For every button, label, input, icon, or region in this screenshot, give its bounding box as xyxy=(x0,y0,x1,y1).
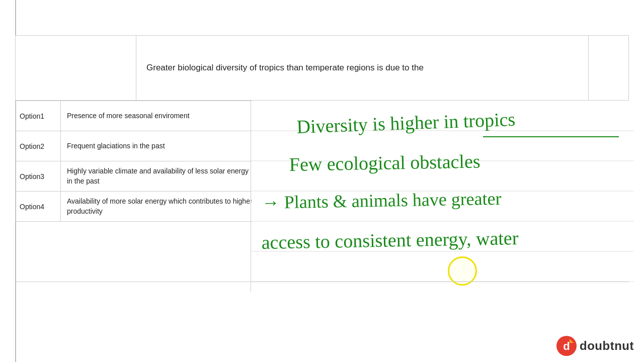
svg-text:d: d xyxy=(563,340,570,352)
svg-text:access to consistent energy, w: access to consistent energy, water xyxy=(261,227,519,253)
svg-text:→ Plants & animals have greate: → Plants & animals have greater xyxy=(261,189,501,213)
doubtnut-icon: d xyxy=(555,335,578,357)
main-container: Greater biological diversity of tropics … xyxy=(0,0,644,362)
option-label-3: Option3 xyxy=(16,161,61,191)
logo-text: doubtnut xyxy=(580,339,634,353)
bottom-separator xyxy=(15,282,629,282)
notes-area: Diversity is higher in tropics Few ecolo… xyxy=(252,101,634,332)
svg-text:Diversity is higher in tropics: Diversity is higher in tropics xyxy=(296,109,516,137)
option-text-4: Availability of more solar energy which … xyxy=(61,192,261,221)
option-label-4: Option4 xyxy=(16,192,61,221)
question-label-box xyxy=(16,36,136,100)
question-area: Greater biological diversity of tropics … xyxy=(15,35,629,101)
option-label-1: Option1 xyxy=(16,101,61,131)
table-row: Option1 Presence of more seasonal enviro… xyxy=(16,101,262,131)
option-text-3: Highly variable climate and availability… xyxy=(61,161,261,191)
table-row: Option3 Highly variable climate and avai… xyxy=(16,161,262,192)
option-text-1: Presence of more seasonal enviroment xyxy=(61,101,261,131)
question-text: Greater biological diversity of tropics … xyxy=(136,36,588,100)
table-row: Option2 Frequent glaciations in the past xyxy=(16,131,262,161)
table-row: Option4 Availability of more solar energ… xyxy=(16,192,262,222)
option-text-2: Frequent glaciations in the past xyxy=(61,131,261,161)
vertical-separator xyxy=(251,101,251,292)
question-right-box xyxy=(588,36,628,100)
svg-text:Few ecological obstacles: Few ecological obstacles xyxy=(289,150,480,175)
options-table: Option1 Presence of more seasonal enviro… xyxy=(15,101,262,222)
doubtnut-logo: d doubtnut xyxy=(555,335,634,357)
option-label-2: Option2 xyxy=(16,131,61,161)
